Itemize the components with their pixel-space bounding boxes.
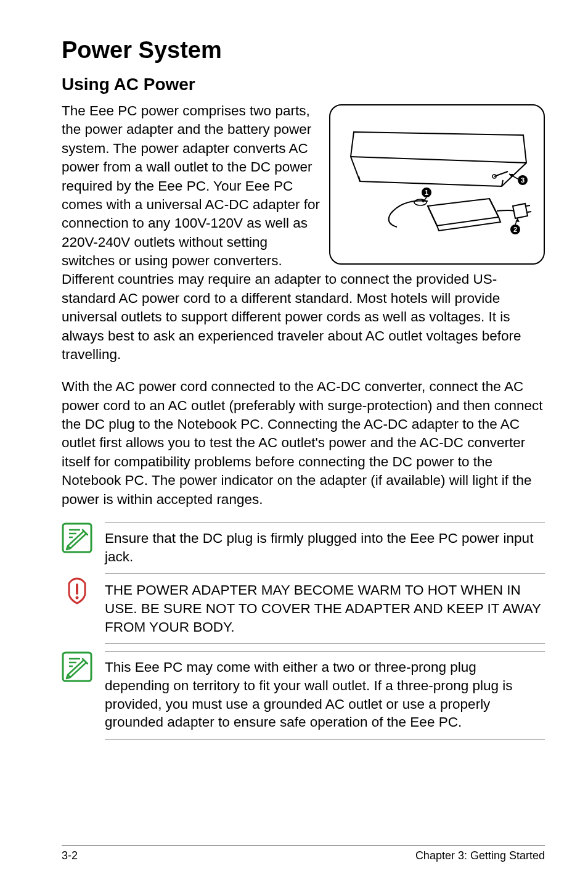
adapter-svg: 1 2 3 bbox=[341, 120, 533, 249]
intro-paragraph-2: With the AC power cord connected to the … bbox=[62, 377, 545, 509]
callout-2: 2 bbox=[513, 226, 517, 233]
svg-line-5 bbox=[528, 212, 531, 212]
page-title: Power System bbox=[62, 37, 545, 64]
power-adapter-diagram: 1 2 3 bbox=[329, 104, 545, 265]
chapter-label: Chapter 3: Getting Started bbox=[415, 849, 545, 862]
svg-line-4 bbox=[526, 205, 530, 206]
callout-1: 1 bbox=[425, 189, 428, 196]
page-number: 3-2 bbox=[62, 849, 78, 862]
note-icon bbox=[62, 522, 92, 556]
note-text-2: THE POWER ADAPTER MAY BECOME WARM TO HOT… bbox=[105, 575, 545, 644]
page-footer: 3-2 Chapter 3: Getting Started bbox=[62, 845, 545, 862]
section-subtitle: Using AC Power bbox=[62, 75, 545, 94]
note-text-1: Ensure that the DC plug is firmly plugge… bbox=[105, 522, 545, 574]
note-row-2: THE POWER ADAPTER MAY BECOME WARM TO HOT… bbox=[62, 575, 545, 644]
note-row-1: Ensure that the DC plug is firmly plugge… bbox=[62, 522, 545, 574]
warning-icon bbox=[62, 575, 92, 608]
svg-point-20 bbox=[76, 596, 79, 600]
note-row-3: This Eee PC may come with either a two o… bbox=[62, 651, 545, 740]
note-icon bbox=[62, 651, 92, 685]
callout-3: 3 bbox=[521, 176, 525, 184]
note-text-3: This Eee PC may come with either a two o… bbox=[105, 651, 545, 740]
svg-marker-11 bbox=[515, 218, 520, 222]
svg-line-1 bbox=[359, 176, 360, 181]
